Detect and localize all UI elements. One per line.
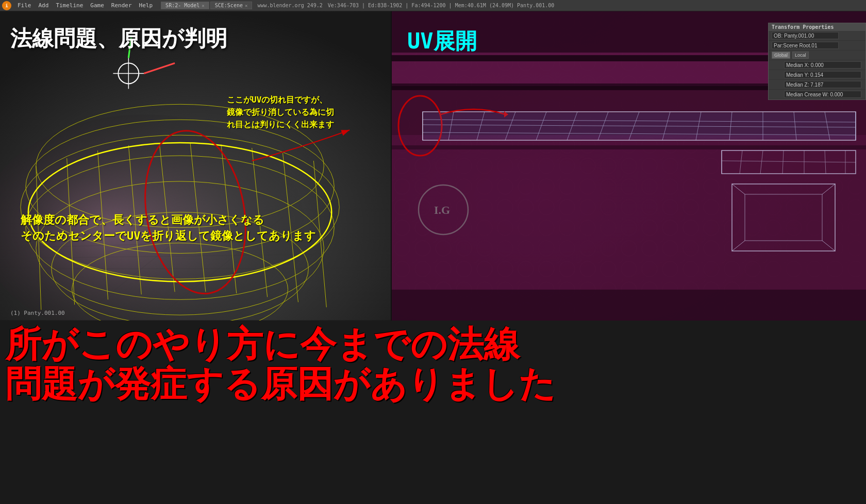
menu-game[interactable]: Game (87, 2, 107, 9)
menu-render[interactable]: Render (108, 2, 135, 9)
tp-ob-row (769, 31, 865, 41)
menu-add[interactable]: Add (36, 2, 52, 9)
tp-ob-field[interactable] (772, 32, 839, 39)
status-info: Ve:346-703 | Ed:838-1902 | Fa:494-1200 |… (328, 3, 555, 8)
annotation-uv-seam: ここがUVの切れ目ですが、 鏡像で折り消している為に切 れ目とは判りにくく出来ま… (227, 94, 334, 131)
top-tabs: SR:2- Model ✕ SCE:Scene ✕ (161, 2, 252, 9)
transform-panel: Transform Properties Global Local (768, 23, 866, 100)
tab-close-scene[interactable]: ✕ (245, 3, 247, 8)
menu-timeline[interactable]: Timeline (53, 2, 86, 9)
tp-crease-row (769, 90, 865, 99)
viewport-bg (0, 11, 391, 321)
top-menubar: i File Add Timeline Game Render Help SR:… (0, 0, 866, 11)
tp-median-y[interactable] (784, 71, 861, 78)
tp-median-x-row (769, 60, 865, 70)
tp-median-x[interactable] (784, 61, 861, 69)
tp-par-field[interactable] (772, 42, 839, 49)
viewport-3d[interactable]: (1) Panty.001.00 法線問題、原因が判明 ここがUVの切れ目ですが… (0, 11, 392, 321)
tp-median-y-row (769, 70, 865, 80)
tp-crease-field[interactable] (784, 91, 861, 98)
tp-global-local-row: Global Local (769, 51, 865, 60)
tab-close-model[interactable]: ✕ (202, 3, 204, 8)
tab-model[interactable]: SR:2- Model ✕ (161, 2, 209, 9)
tp-median-z[interactable] (784, 81, 861, 88)
viewport-3d-title: 法線問題、原因が判明 (10, 27, 227, 51)
menu-help[interactable]: Help (136, 2, 156, 9)
menu-file[interactable]: File (14, 2, 35, 9)
transform-panel-header: Transform Properties (769, 23, 865, 31)
uv-title: UV展開 (407, 27, 477, 56)
viewport-uv[interactable]: UV展開 Transform Properties Global Local (392, 11, 866, 321)
tab-scene[interactable]: SCE:Scene ✕ (210, 2, 253, 9)
blender-icon: i (2, 1, 11, 10)
tp-global-btn[interactable]: Global (772, 52, 790, 59)
main-area: (1) Panty.001.00 法線問題、原因が判明 ここがUVの切れ目ですが… (0, 11, 866, 504)
status-url: www.blender.org 249.2 (257, 3, 322, 8)
viewports-row: (1) Panty.001.00 法線問題、原因が判明 ここがUVの切れ目ですが… (0, 11, 866, 321)
annotation-mirror: 解像度の都合で、長くすると画像が小さくなる そのためセンターでUVを折り返して鏡… (21, 212, 317, 244)
tp-par-row (769, 41, 865, 51)
tp-local-btn[interactable]: Local (792, 52, 809, 59)
tp-median-z-row (769, 80, 865, 90)
